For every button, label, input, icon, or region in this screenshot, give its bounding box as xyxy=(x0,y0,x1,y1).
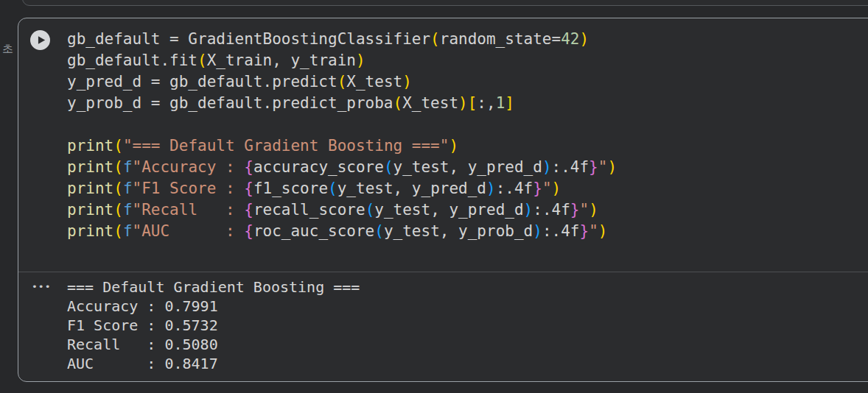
code-line: gb_default.fit(X_train, y_train) xyxy=(67,50,863,71)
code-line: print(f"AUC : {roc_auc_score(y_test, y_p… xyxy=(67,221,863,242)
output-line: F1 Score : 0.5732 xyxy=(67,316,863,335)
code-editor[interactable]: gb_default = GradientBoostingClassifier(… xyxy=(67,29,863,242)
cell-output: === Default Gradient Boosting ===Accurac… xyxy=(67,277,863,373)
output-line: === Default Gradient Boosting === xyxy=(67,277,863,297)
code-line: print(f"Accuracy : {accuracy_score(y_tes… xyxy=(67,157,863,178)
code-line: print(f"Recall : {recall_score(y_test, y… xyxy=(67,199,863,221)
code-line xyxy=(67,114,863,135)
play-icon xyxy=(34,34,47,46)
notebook-canvas: 초 gb_default = GradientBoostingClassifie… xyxy=(0,0,868,393)
code-line: y_pred_d = gb_default.predict(X_test) xyxy=(67,71,863,93)
code-line: print("=== Default Gradient Boosting ===… xyxy=(67,135,863,157)
code-line: print(f"F1 Score : {f1_score(y_test, y_p… xyxy=(67,178,863,199)
code-output-divider xyxy=(18,272,868,272)
output-collapse-indicator[interactable]: ••• xyxy=(32,277,51,297)
execution-time-unit-label: 초 xyxy=(2,42,13,56)
output-line: Recall : 0.5080 xyxy=(67,335,863,354)
code-line: y_prob_d = gb_default.predict_proba(X_te… xyxy=(67,93,863,114)
output-line: AUC : 0.8417 xyxy=(67,354,863,373)
run-cell-button[interactable] xyxy=(30,30,50,50)
output-line: Accuracy : 0.7991 xyxy=(67,297,863,316)
notebook-cell: gb_default = GradientBoostingClassifier(… xyxy=(18,18,868,382)
code-line: gb_default = GradientBoostingClassifier(… xyxy=(67,29,863,50)
previous-cell-edge[interactable] xyxy=(22,0,868,6)
